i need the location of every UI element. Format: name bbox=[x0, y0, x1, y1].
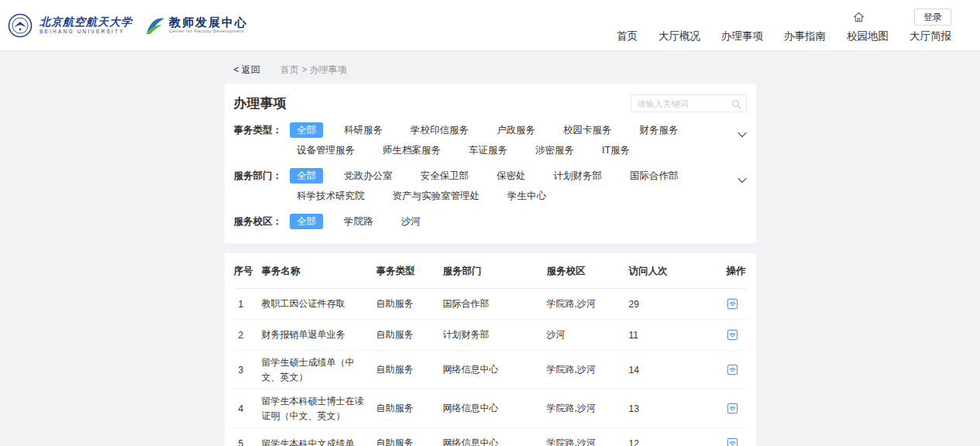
cell-type: 自助服务 bbox=[377, 328, 443, 341]
filter-chip[interactable]: 涉密服务 bbox=[528, 142, 581, 158]
view-record-button[interactable] bbox=[727, 298, 747, 310]
cell-type: 自助服务 bbox=[377, 402, 443, 415]
nav-item-hall-overview[interactable]: 大厅概况 bbox=[658, 29, 700, 43]
filter-chip[interactable]: 全部 bbox=[290, 168, 323, 184]
cell-visits: 14 bbox=[629, 365, 727, 376]
filter-chip[interactable]: 科研服务 bbox=[337, 122, 390, 138]
filter-chip[interactable]: 国际合作部 bbox=[623, 168, 686, 184]
filter-chip[interactable]: 资产与实验室管理处 bbox=[386, 188, 487, 204]
column-header-operation: 操作 bbox=[727, 265, 747, 278]
filter-chip[interactable]: 全部 bbox=[290, 214, 323, 229]
nav-item-hall-bulletin[interactable]: 大厅简报 bbox=[910, 29, 951, 43]
cell-visits: 29 bbox=[629, 299, 727, 310]
filter-chip[interactable]: 党政办公室 bbox=[337, 168, 400, 184]
header-top-row: 登录 bbox=[853, 9, 951, 26]
view-record-button[interactable] bbox=[727, 329, 747, 341]
table-body: 1教职工因公证件存取自助服务国际合作部学院路,沙河292财务报销单退单业务自助服… bbox=[234, 289, 747, 446]
university-name: 北京航空航天大学 BEIHANG UNIVERSITY bbox=[40, 16, 132, 35]
filter-chip[interactable]: 校园卡服务 bbox=[556, 122, 619, 138]
view-record-button[interactable] bbox=[727, 403, 747, 414]
filter-chip[interactable]: 沙河 bbox=[394, 214, 428, 229]
cell-department: 网络信息中心 bbox=[443, 437, 547, 446]
column-header-campus: 服务校区 bbox=[547, 265, 629, 278]
filter-chip[interactable]: 保密处 bbox=[490, 168, 533, 184]
filter-row-service-campus: 服务校区：全部学院路沙河 bbox=[234, 214, 747, 229]
cell-no: 1 bbox=[234, 299, 262, 310]
nav-item-home[interactable]: 首页 bbox=[617, 29, 638, 43]
filter-chip[interactable]: 学校印信服务 bbox=[404, 122, 476, 138]
filter-chip[interactable]: 安全保卫部 bbox=[414, 168, 476, 184]
column-header-name: 事务名称 bbox=[262, 265, 377, 278]
cell-campus: 学院路,沙河 bbox=[547, 363, 629, 376]
table-row: 2财务报销单退单业务自助服务计划财务部沙河11 bbox=[234, 320, 747, 351]
center-name: 教师发展中心 Center for Faculty Development bbox=[169, 16, 248, 34]
filter-panel: 办理事项 事务类型：全部科研服务学校印信服务户政服务校园卡服务财务服务设备管理服… bbox=[225, 84, 756, 243]
back-link[interactable]: < 返回 bbox=[234, 63, 260, 77]
nav-item-service-items[interactable]: 办理事项 bbox=[721, 29, 763, 43]
services-table: 序号事务名称事务类型服务部门服务校区访问人次操作 1教职工因公证件存取自助服务国… bbox=[225, 253, 756, 446]
column-header-type: 事务类型 bbox=[377, 265, 443, 278]
logo: 北京航空航天大学 BEIHANG UNIVERSITY 教师发展中心 Cente… bbox=[8, 0, 248, 50]
cell-department: 网络信息中心 bbox=[443, 402, 547, 415]
view-record-button[interactable] bbox=[727, 364, 747, 376]
cell-no: 5 bbox=[234, 438, 262, 446]
filter-row-transaction-type: 事务类型：全部科研服务学校印信服务户政服务校园卡服务财务服务设备管理服务师生档案… bbox=[234, 122, 747, 158]
header-right: 登录 首页大厅概况办理事项办事指南校园地图大厅简报 bbox=[617, 0, 980, 50]
cell-name: 留学生本科硕士博士在读证明（中文、英文） bbox=[262, 394, 377, 423]
breadcrumb[interactable]: 首页 > 办理事项 bbox=[280, 63, 347, 77]
cell-campus: 沙河 bbox=[547, 328, 629, 341]
login-button[interactable]: 登录 bbox=[914, 9, 951, 26]
filter-chip[interactable]: 计划财务部 bbox=[547, 168, 610, 184]
table-row: 4留学生本科硕士博士在读证明（中文、英文）自助服务网络信息中心学院路,沙河13 bbox=[234, 389, 747, 428]
filter-chip[interactable]: 全部 bbox=[290, 122, 323, 138]
home-icon[interactable] bbox=[853, 12, 865, 22]
filter-chip[interactable]: 户政服务 bbox=[490, 122, 542, 138]
table-header: 序号事务名称事务类型服务部门服务校区访问人次操作 bbox=[234, 253, 747, 289]
nav-item-campus-map[interactable]: 校园地图 bbox=[847, 29, 889, 43]
cell-department: 计划财务部 bbox=[443, 328, 547, 341]
center-name-en: Center for Faculty Development bbox=[169, 29, 248, 34]
panel-head: 办理事项 bbox=[234, 94, 747, 112]
header: 北京航空航天大学 BEIHANG UNIVERSITY 教师发展中心 Cente… bbox=[0, 0, 980, 51]
main-nav: 首页大厅概况办理事项办事指南校园地图大厅简报 bbox=[617, 29, 951, 43]
column-header-no: 序号 bbox=[234, 265, 262, 278]
filter-chip[interactable]: 财务服务 bbox=[633, 122, 686, 138]
cell-type: 自助服务 bbox=[377, 437, 443, 446]
chevron-down-icon[interactable] bbox=[738, 168, 747, 188]
nav-item-service-guide[interactable]: 办事指南 bbox=[784, 29, 826, 43]
cell-type: 自助服务 bbox=[377, 297, 443, 310]
filter-chip[interactable]: 车证服务 bbox=[462, 142, 514, 158]
chevron-down-icon[interactable] bbox=[738, 122, 747, 142]
cell-campus: 学院路,沙河 bbox=[547, 402, 629, 415]
view-icon bbox=[727, 403, 738, 414]
filter-chip[interactable]: 学院路 bbox=[337, 214, 380, 229]
filter-chip[interactable]: IT服务 bbox=[595, 142, 637, 158]
filter-label: 服务部门： bbox=[234, 168, 283, 184]
breadcrumb-row: < 返回 首页 > 办理事项 bbox=[225, 63, 756, 77]
cell-no: 4 bbox=[234, 403, 262, 414]
cell-campus: 学院路,沙河 bbox=[547, 297, 629, 310]
filter-chip[interactable]: 师生档案服务 bbox=[376, 142, 448, 158]
view-icon bbox=[727, 298, 738, 310]
view-record-button[interactable] bbox=[727, 437, 747, 446]
filter-label: 服务校区： bbox=[234, 214, 283, 229]
column-header-department: 服务部门 bbox=[443, 265, 547, 278]
cell-type: 自助服务 bbox=[377, 363, 443, 376]
filter-label: 事务类型： bbox=[234, 122, 283, 138]
search-input[interactable] bbox=[631, 94, 747, 112]
filter-options: 全部党政办公室安全保卫部保密处计划财务部国际合作部科学技术研究院资产与实验室管理… bbox=[290, 168, 731, 204]
cell-name: 教职工因公证件存取 bbox=[262, 297, 377, 311]
table-row: 3留学生硕士成绩单（中文、英文）自助服务网络信息中心学院路,沙河14 bbox=[234, 351, 747, 389]
filter-chip[interactable]: 设备管理服务 bbox=[290, 142, 362, 158]
cell-no: 2 bbox=[234, 330, 262, 341]
center-logo: 教师发展中心 Center for Faculty Development bbox=[144, 15, 248, 36]
filter-rows: 事务类型：全部科研服务学校印信服务户政服务校园卡服务财务服务设备管理服务师生档案… bbox=[234, 122, 747, 229]
cell-visits: 12 bbox=[629, 438, 727, 446]
view-icon bbox=[727, 437, 738, 446]
cell-name: 留学生本科中文成绩单 bbox=[262, 437, 377, 446]
filter-chip[interactable]: 学生中心 bbox=[500, 188, 553, 204]
filter-chip[interactable]: 科学技术研究院 bbox=[290, 188, 372, 204]
search-box bbox=[631, 94, 747, 112]
cell-visits: 13 bbox=[629, 403, 727, 414]
cell-visits: 11 bbox=[629, 330, 727, 341]
